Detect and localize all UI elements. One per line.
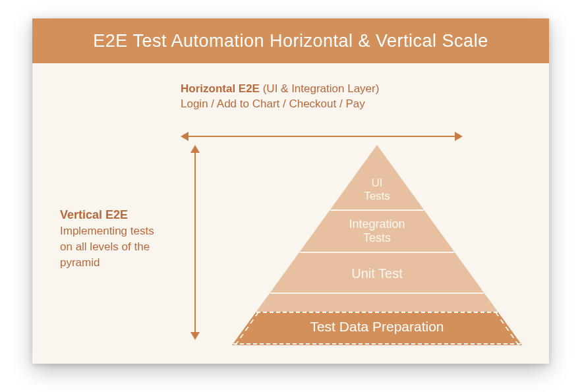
title-bar: E2E Test Automation Horizontal & Vertica… (32, 18, 549, 63)
pyramid-level-unit: Unit Test (232, 266, 522, 281)
horizontal-arrow-icon (181, 132, 463, 141)
horizontal-bold: Horizontal E2E (181, 82, 260, 95)
diagram-card: E2E Test Automation Horizontal & Vertica… (32, 18, 549, 364)
horizontal-sub: (UI & Integration Layer) (263, 82, 380, 95)
test-pyramid: UI Tests Integration Tests Unit Test Tes… (232, 145, 522, 345)
vertical-body: Implementing tests on all levels of the … (60, 223, 169, 270)
horizontal-label: Horizontal E2E (UI & Integration Layer) … (181, 82, 464, 112)
pyramid-level-ui: UI Tests (232, 177, 522, 202)
vertical-label: Vertical E2E Implementing tests on all l… (60, 207, 169, 271)
pyramid-level-base: Test Data Preparation (232, 319, 522, 335)
pyramid-separator (300, 252, 454, 253)
pyramid-separator (270, 293, 484, 294)
pyramid-dashed-separator (256, 312, 498, 313)
pyramid-separator (330, 210, 424, 211)
diagram-content: Horizontal E2E (UI & Integration Layer) … (32, 63, 549, 364)
pyramid-level-integration: Integration Tests (232, 217, 522, 244)
vertical-bold: Vertical E2E (60, 207, 169, 223)
page-title: E2E Test Automation Horizontal & Vertica… (93, 31, 488, 51)
horizontal-line2: Login / Add to Chart / Checkout / Pay (181, 98, 365, 110)
vertical-arrow-icon (190, 145, 200, 340)
